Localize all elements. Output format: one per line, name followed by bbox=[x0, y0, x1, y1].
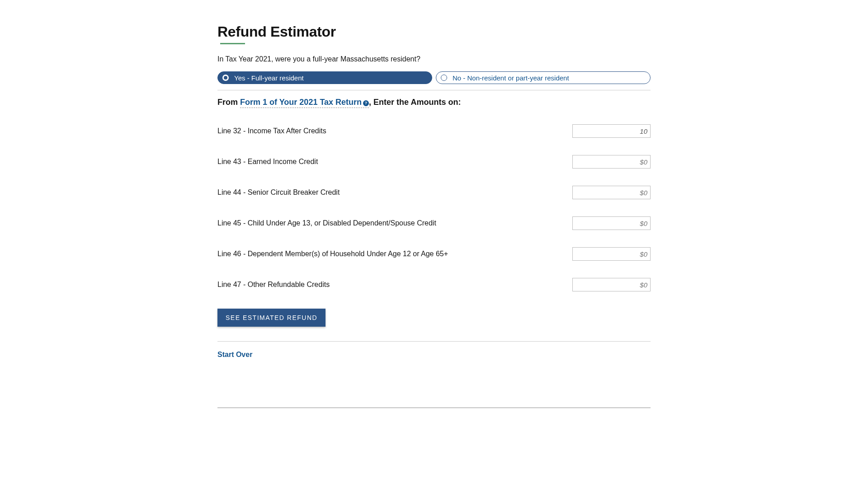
line-row: Line 45 - Child Under Age 13, or Disable… bbox=[217, 216, 651, 230]
line-label: Line 47 - Other Refundable Credits bbox=[217, 281, 330, 289]
help-icon[interactable]: ? bbox=[363, 100, 369, 106]
line-row: Line 46 - Dependent Member(s) of Househo… bbox=[217, 247, 651, 261]
radio-yes-label: Yes - Full-year resident bbox=[234, 74, 304, 82]
radio-circle-icon bbox=[222, 75, 229, 81]
see-estimated-refund-button[interactable]: SEE ESTIMATED REFUND bbox=[217, 309, 326, 327]
line-row: Line 47 - Other Refundable Credits bbox=[217, 278, 651, 291]
resident-question: In Tax Year 2021, were you a full-year M… bbox=[217, 55, 651, 63]
line-row: Line 43 - Earned Income Credit bbox=[217, 155, 651, 169]
divider bbox=[217, 341, 651, 342]
from-prefix: From bbox=[217, 98, 240, 107]
line-label: Line 44 - Senior Circuit Breaker Credit bbox=[217, 188, 340, 197]
line-row: Line 32 - Income Tax After Credits bbox=[217, 124, 651, 138]
from-suffix: , Enter the Amounts on: bbox=[369, 98, 461, 107]
line-44-input[interactable] bbox=[572, 186, 651, 199]
resident-radio-group: Yes - Full-year resident No - Non-reside… bbox=[217, 71, 651, 84]
footer-divider bbox=[217, 408, 651, 408]
divider bbox=[217, 90, 651, 90]
line-label: Line 46 - Dependent Member(s) of Househo… bbox=[217, 250, 448, 258]
title-underline bbox=[220, 43, 245, 44]
main-container: Refund Estimator In Tax Year 2021, were … bbox=[217, 0, 651, 408]
radio-no-label: No - Non-resident or part-year resident bbox=[453, 74, 569, 82]
from-instruction: From Form 1 of Your 2021 Tax Return ? , … bbox=[217, 98, 651, 108]
line-label: Line 43 - Earned Income Credit bbox=[217, 158, 318, 166]
line-43-input[interactable] bbox=[572, 155, 651, 169]
lines-block: Line 32 - Income Tax After Credits Line … bbox=[217, 124, 651, 291]
line-32-input[interactable] bbox=[572, 124, 651, 138]
line-45-input[interactable] bbox=[572, 216, 651, 230]
line-label: Line 32 - Income Tax After Credits bbox=[217, 127, 326, 135]
line-46-input[interactable] bbox=[572, 247, 651, 261]
start-over-link[interactable]: Start Over bbox=[217, 351, 252, 359]
line-row: Line 44 - Senior Circuit Breaker Credit bbox=[217, 186, 651, 199]
line-label: Line 45 - Child Under Age 13, or Disable… bbox=[217, 219, 436, 227]
radio-yes-fullyear[interactable]: Yes - Full-year resident bbox=[217, 71, 432, 84]
line-47-input[interactable] bbox=[572, 278, 651, 291]
radio-circle-icon bbox=[441, 75, 447, 81]
page-title: Refund Estimator bbox=[217, 23, 651, 40]
form-link-text: Form 1 of Your 2021 Tax Return bbox=[240, 98, 362, 107]
form-link[interactable]: Form 1 of Your 2021 Tax Return ? bbox=[240, 98, 369, 108]
radio-no-nonresident[interactable]: No - Non-resident or part-year resident bbox=[436, 71, 651, 84]
